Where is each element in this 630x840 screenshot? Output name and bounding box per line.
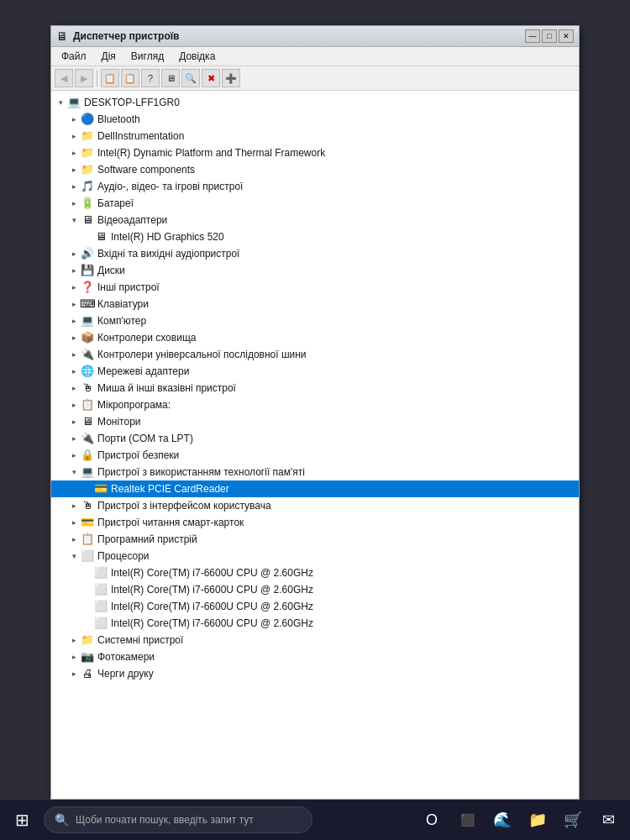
expand-btn[interactable] [68, 248, 80, 260]
tree-item[interactable]: 🖱Миша й інші вказівні пристрої [51, 380, 579, 396]
disable-button[interactable]: ✖ [202, 69, 220, 87]
tree-item[interactable]: 📁Intel(R) Dynamic Platform and Thermal F… [51, 144, 579, 161]
help-button[interactable]: ? [141, 69, 160, 87]
tree-item[interactable]: 💻Пристрої з використанням технології пам… [51, 464, 579, 480]
expand-btn[interactable] [68, 265, 80, 276]
tree-item[interactable]: 📁Системні пристрої [51, 632, 579, 648]
expand-btn[interactable] [68, 332, 80, 344]
tree-item[interactable]: ⬜Intel(R) Core(TM) i7-6600U CPU @ 2.60GH… [51, 615, 579, 632]
expand-btn[interactable] [68, 550, 80, 562]
item-icon: ⬜ [93, 617, 108, 630]
tree-item[interactable]: 💳Пристрої читання смарт-карток [51, 514, 579, 531]
taskbar-cortana[interactable]: O [417, 805, 447, 835]
expand-btn[interactable] [68, 651, 80, 663]
tree-item[interactable]: ⬜Intel(R) Core(TM) i7-6600U CPU @ 2.60GH… [51, 581, 579, 598]
expand-btn[interactable] [68, 668, 80, 680]
expand-btn[interactable] [68, 416, 80, 428]
expand-btn[interactable] [68, 517, 80, 528]
expand-btn[interactable] [68, 466, 80, 478]
update-driver-button[interactable]: 📋 [121, 69, 139, 87]
expand-btn[interactable] [68, 533, 80, 545]
tree-item[interactable]: 📦Контролери сховища [51, 329, 579, 346]
expand-btn[interactable] [68, 449, 80, 461]
close-button[interactable]: ✕ [559, 29, 574, 43]
expand-btn[interactable] [68, 281, 80, 293]
expand-btn[interactable] [68, 365, 80, 377]
tree-item[interactable]: ⬜Intel(R) Core(TM) i7-6600U CPU @ 2.60GH… [51, 564, 579, 581]
taskbar-explorer[interactable]: 📁 [522, 805, 553, 835]
expand-btn[interactable] [68, 214, 80, 226]
tree-item[interactable]: 🔒Пристрої безпеки [51, 447, 579, 464]
menu-help[interactable]: Довідка [172, 49, 222, 64]
item-label: Контролери універсальної послідовної шин… [97, 347, 307, 362]
taskbar-edge[interactable]: 🌊 [487, 805, 517, 835]
taskbar-task-view[interactable]: ⬛ [452, 805, 482, 835]
item-icon: 🌐 [80, 365, 95, 378]
scan-changes-button[interactable]: 🔍 [181, 69, 200, 87]
tree-item[interactable]: 💻Комп'ютер [51, 312, 579, 329]
expand-btn[interactable] [68, 349, 80, 360]
item-label: Intel(R) Core(TM) i7-6600U CPU @ 2.60GHz [111, 565, 313, 580]
tree-item[interactable]: ⬜Intel(R) Core(TM) i7-6600U CPU @ 2.60GH… [51, 598, 579, 615]
expand-btn[interactable] [68, 634, 80, 646]
back-button[interactable]: ◀ [55, 69, 73, 87]
tree-item[interactable]: 🔊Вхідні та вихідні аудіопристрої [51, 245, 579, 262]
display-devices-button[interactable]: 🖥 [161, 69, 180, 87]
tree-item[interactable]: 📁Software components [51, 161, 579, 178]
forward-button[interactable]: ▶ [75, 69, 93, 87]
tree-item[interactable]: 🔌Порти (COM та LPT) [51, 430, 579, 447]
tree-item[interactable]: 🎵Аудіо-, відео- та ігрові пристрої [51, 178, 579, 195]
expand-btn[interactable] [81, 601, 93, 612]
tree-item[interactable]: 🌐Мережеві адаптери [51, 363, 579, 380]
expand-btn[interactable] [68, 197, 80, 209]
expand-btn[interactable] [68, 382, 80, 394]
tree-root[interactable]: 💻 DESKTOP-LFF1GR0 [51, 94, 579, 111]
search-bar[interactable]: 🔍 Щоби почати пошук, введіть запит тут [44, 806, 312, 833]
tree-item[interactable]: 🖥Відеоадаптери [51, 212, 579, 228]
device-tree-content[interactable]: 💻 DESKTOP-LFF1GR0 🔵Bluetooth📁DellInstrum… [51, 91, 579, 799]
expand-btn[interactable] [68, 181, 80, 192]
tree-item[interactable]: 🖨Черги друку [51, 665, 579, 682]
taskbar-store[interactable]: 🛒 [558, 805, 588, 835]
expand-btn[interactable] [68, 315, 80, 327]
tree-item[interactable]: ❓Інші пристрої [51, 279, 579, 296]
expand-btn[interactable] [68, 298, 80, 310]
expand-btn[interactable] [68, 433, 80, 444]
expand-btn[interactable] [68, 130, 80, 142]
minimize-button[interactable]: — [525, 29, 540, 43]
expand-btn[interactable] [68, 500, 80, 512]
tree-item[interactable]: ⬜Процесори [51, 548, 579, 564]
tree-item[interactable]: 💳Realtek PCIE CardReader [51, 480, 579, 497]
tree-item[interactable]: ⌨Клавіатури [51, 296, 579, 312]
menu-action[interactable]: Дія [95, 49, 123, 64]
tree-item[interactable]: 🔋Батареї [51, 195, 579, 212]
expand-btn[interactable] [81, 617, 93, 629]
tree-item[interactable]: 🔵Bluetooth [51, 111, 579, 128]
start-button[interactable]: ⊞ [7, 805, 37, 835]
expand-btn[interactable] [81, 584, 93, 596]
maximize-button[interactable]: □ [542, 29, 557, 43]
menu-view[interactable]: Вигляд [124, 49, 171, 64]
menu-file[interactable]: Файл [55, 49, 93, 64]
item-icon: 📷 [80, 650, 95, 664]
expand-btn[interactable] [81, 567, 93, 579]
tree-item[interactable]: 🔌Контролери універсальної послідовної ши… [51, 346, 579, 363]
expand-btn[interactable] [68, 164, 80, 176]
add-hardware-button[interactable]: ➕ [222, 69, 240, 87]
tree-item[interactable]: 📋Мікропрограма: [51, 396, 579, 413]
tree-item[interactable]: 🖥Монітори [51, 413, 579, 430]
tree-item[interactable]: 💾Диски [51, 262, 579, 279]
root-expand[interactable] [55, 97, 66, 108]
taskbar-mail[interactable]: ✉ [593, 805, 623, 835]
expand-btn[interactable] [68, 113, 80, 125]
tree-item[interactable]: 🖱Пристрої з інтерфейсом користувача [51, 497, 579, 514]
expand-btn[interactable] [81, 231, 93, 243]
properties-button[interactable]: 📋 [101, 69, 119, 87]
tree-item[interactable]: 📁DellInstrumentation [51, 128, 579, 144]
tree-item[interactable]: 📷Фотокамери [51, 648, 579, 665]
tree-item[interactable]: 📋Програмний пристрій [51, 531, 579, 548]
expand-btn[interactable] [68, 399, 80, 411]
expand-btn[interactable] [81, 483, 93, 495]
tree-item[interactable]: 🖥Intel(R) HD Graphics 520 [51, 228, 579, 245]
expand-btn[interactable] [68, 147, 80, 159]
